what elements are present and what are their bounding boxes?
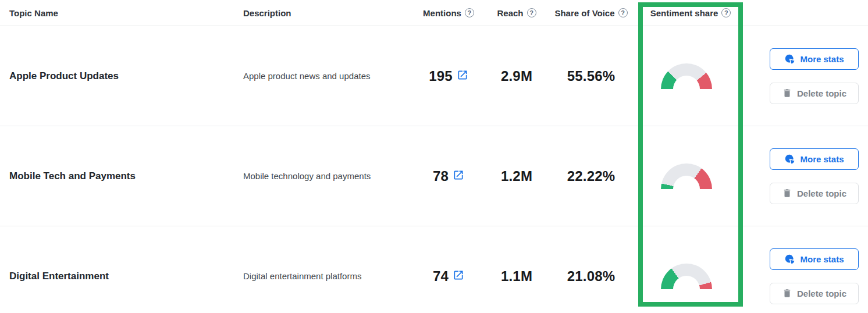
delete-topic-button[interactable]: Delete topic (770, 283, 859, 304)
reach-value: 1.1M (501, 268, 532, 284)
topic-name-cell: Digital Entertainment (0, 271, 239, 282)
topic-name-cell: Apple Product Updates (0, 70, 239, 82)
description-cell: Mobile technology and payments (239, 171, 408, 181)
column-header-share-of-voice: Share of Voice ? (545, 8, 638, 18)
sentiment-share-cell (638, 264, 744, 289)
share-of-voice-value: 21.08% (567, 268, 616, 284)
mentions-value: 78 (433, 168, 449, 184)
external-link-icon[interactable] (453, 269, 464, 281)
more-stats-button[interactable]: More stats (770, 48, 859, 70)
reach-value: 1.2M (501, 168, 532, 184)
delete-topic-label: Delete topic (797, 188, 846, 198)
column-header-topic-name: Topic Name (0, 8, 239, 18)
table-row: Mobile Tech and Payments Mobile technolo… (0, 126, 868, 226)
more-stats-label: More stats (800, 254, 844, 264)
column-header-sentiment-share: Sentiment share ? (638, 8, 744, 18)
delete-topic-label: Delete topic (797, 289, 846, 298)
column-header-label: Sentiment share (650, 8, 718, 18)
table-row: Apple Product Updates Apple product news… (0, 26, 868, 126)
sentiment-share-cell (638, 63, 744, 89)
mentions-cell: 195 (408, 68, 489, 84)
mentions-value: 195 (429, 68, 453, 84)
trash-icon (782, 188, 792, 198)
share-of-voice-cell: 22.22% (545, 168, 638, 184)
table-row: Digital Entertainment Digital entertainm… (0, 226, 868, 313)
share-of-voice-value: 22.22% (567, 168, 616, 184)
actions-cell: More stats Delete topic (744, 248, 868, 304)
topic-name: Apple Product Updates (9, 70, 119, 82)
external-link-icon[interactable] (453, 169, 464, 181)
trash-icon (782, 288, 792, 298)
reach-cell: 2.9M (489, 68, 545, 84)
mentions-value: 74 (433, 268, 449, 284)
topic-name-cell: Mobile Tech and Payments (0, 170, 239, 182)
column-header-label: Description (243, 8, 291, 18)
delete-topic-button[interactable]: Delete topic (770, 183, 859, 204)
share-of-voice-cell: 55.56% (545, 68, 638, 84)
share-of-voice-cell: 21.08% (545, 268, 638, 284)
pie-chart-icon (784, 54, 795, 65)
topic-name: Digital Entertainment (9, 271, 109, 282)
mentions-cell: 78 (408, 168, 489, 184)
trash-icon (782, 88, 792, 98)
topic-name: Mobile Tech and Payments (9, 170, 136, 182)
column-header-reach: Reach ? (489, 8, 545, 18)
delete-topic-button[interactable]: Delete topic (770, 83, 859, 104)
reach-value: 2.9M (501, 68, 532, 84)
description-cell: Apple product news and updates (239, 71, 408, 81)
topic-description: Digital entertainment platforms (243, 271, 361, 281)
more-stats-label: More stats (800, 54, 844, 64)
topic-description: Mobile technology and payments (243, 171, 371, 181)
sentiment-share-cell (638, 163, 744, 189)
actions-cell: More stats Delete topic (744, 48, 868, 104)
table-body: Apple Product Updates Apple product news… (0, 26, 868, 313)
sentiment-gauge-chart (661, 63, 712, 89)
more-stats-button[interactable]: More stats (770, 148, 859, 170)
column-header-label: Reach (497, 8, 523, 18)
description-cell: Digital entertainment platforms (239, 271, 408, 281)
help-icon[interactable]: ? (465, 8, 474, 17)
share-of-voice-value: 55.56% (567, 68, 616, 84)
more-stats-label: More stats (800, 154, 844, 164)
sentiment-gauge-chart (661, 163, 712, 189)
sentiment-gauge-chart (661, 264, 712, 289)
column-header-mentions: Mentions ? (408, 8, 489, 18)
topics-table: Topic Name Description Mentions ? Reach … (0, 0, 868, 313)
help-icon[interactable]: ? (527, 8, 536, 17)
column-header-label: Mentions (423, 8, 461, 18)
reach-cell: 1.2M (489, 168, 545, 184)
delete-topic-label: Delete topic (797, 88, 846, 98)
reach-cell: 1.1M (489, 268, 545, 284)
more-stats-button[interactable]: More stats (770, 248, 859, 270)
column-header-description: Description (239, 8, 408, 18)
actions-cell: More stats Delete topic (744, 148, 868, 204)
topic-description: Apple product news and updates (243, 71, 371, 81)
table-header: Topic Name Description Mentions ? Reach … (0, 0, 868, 26)
help-icon[interactable]: ? (618, 8, 628, 17)
column-header-label: Share of Voice (554, 8, 614, 18)
mentions-cell: 74 (408, 268, 489, 284)
column-header-label: Topic Name (9, 8, 58, 18)
pie-chart-icon (784, 254, 795, 265)
pie-chart-icon (784, 154, 795, 165)
external-link-icon[interactable] (457, 69, 468, 81)
help-icon[interactable]: ? (721, 8, 731, 17)
